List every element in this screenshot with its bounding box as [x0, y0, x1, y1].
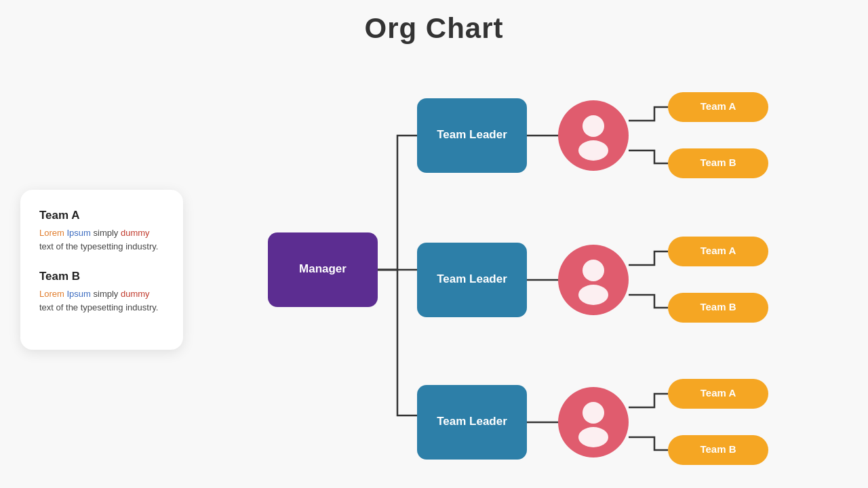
- conn-p1-teama: [629, 107, 668, 121]
- legend-card: Team A Lorem Ipsum simply dummy text of …: [20, 190, 183, 350]
- conn-p2-teama: [629, 251, 668, 265]
- team-b-title: Team B: [39, 270, 163, 283]
- conn-p3-teamb: [629, 437, 668, 450]
- connector-3: [378, 270, 417, 415]
- conn-p3-teama: [629, 394, 668, 407]
- team-b-label-2: Team B: [700, 301, 736, 312]
- main-content: Team A Lorem Ipsum simply dummy text of …: [0, 52, 868, 488]
- page-title: Org Chart: [364, 12, 503, 45]
- team-leader-2-label: Team Leader: [437, 272, 507, 285]
- team-leader-3-label: Team Leader: [437, 415, 507, 428]
- svg-point-5: [578, 427, 608, 447]
- team-a-label-1: Team A: [701, 100, 736, 112]
- org-chart: Manager Team Leader Team: [197, 53, 848, 487]
- team-a-label-2: Team A: [701, 245, 736, 256]
- conn-p2-teamb: [629, 295, 668, 308]
- conn-p1-teamb: [629, 150, 668, 163]
- team-leader-1-label: Team Leader: [437, 128, 507, 141]
- svg-point-0: [583, 115, 604, 137]
- svg-point-4: [583, 402, 604, 424]
- team-b-label-1: Team B: [700, 157, 736, 168]
- svg-point-1: [578, 140, 608, 161]
- team-b-label-3: Team B: [700, 443, 736, 455]
- manager-label: Manager: [299, 262, 347, 275]
- team-a-title: Team A: [39, 209, 163, 222]
- team-a-desc: Lorem Ipsum simply dummy text of the typ…: [39, 226, 163, 253]
- team-a-label-3: Team A: [701, 387, 736, 399]
- svg-point-2: [583, 260, 604, 281]
- org-chart-svg: Manager Team Leader Team: [227, 53, 817, 487]
- svg-point-3: [578, 285, 608, 305]
- team-b-desc: Lorem Ipsum simply dummy text of the typ…: [39, 287, 163, 314]
- connector-1: [378, 136, 417, 270]
